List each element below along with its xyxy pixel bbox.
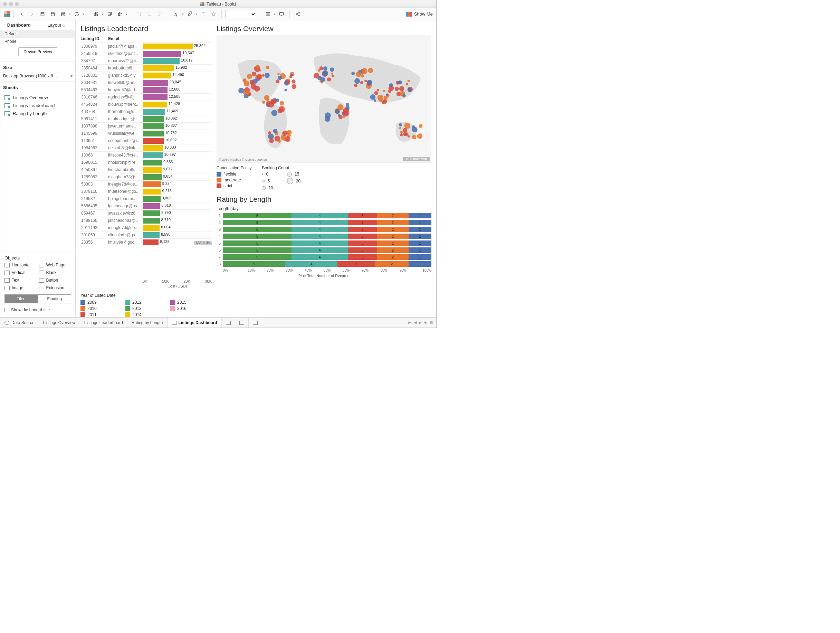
pin-button[interactable] xyxy=(209,9,218,19)
close-window-icon[interactable] xyxy=(3,2,7,6)
sheet-item[interactable]: Listings Leaderboard xyxy=(3,101,73,109)
size-select[interactable]: Desktop Browser (1000 x 8…▾ xyxy=(3,72,73,80)
rating-row[interactable]: 454321 xyxy=(216,233,431,239)
legend-item[interactable]: 2011 xyxy=(81,312,122,317)
map-unknown-badge[interactable]: >1K unknown xyxy=(403,157,429,161)
tab-listings-overview[interactable]: Listings Overview xyxy=(39,318,80,328)
table-row[interactable]: 4464824blouw3p@berk.. 12,428 xyxy=(81,101,212,108)
table-row[interactable]: 384797mbarniss72@ti.. 18,812 xyxy=(81,57,212,64)
table-row[interactable]: 3379116fhuetsonel@go.. 9,216 xyxy=(81,188,212,195)
new-data-source-button[interactable] xyxy=(48,9,57,19)
new-worksheet-tab[interactable] xyxy=(222,318,235,328)
legend-item[interactable]: 2012 xyxy=(125,300,167,305)
rating-row[interactable]: 754321 xyxy=(216,254,431,260)
table-row[interactable]: 5686435lpachecoqr@us.. 8,816 xyxy=(81,202,212,209)
tableau-icon[interactable] xyxy=(4,11,10,17)
object-web-page[interactable]: Web Page xyxy=(39,263,71,267)
show-cards-button[interactable] xyxy=(264,9,273,19)
swap-button[interactable] xyxy=(135,9,144,19)
table-row[interactable]: 859467swaszkiewicz6.. 8,790 xyxy=(81,209,212,217)
legend-item[interactable]: 2014 xyxy=(125,312,167,317)
tab-listings-dashboard[interactable]: Listings Dashboard xyxy=(167,318,222,328)
table-row[interactable]: 1488166jaitcheson8a@.. 8,719 xyxy=(81,217,212,224)
table-row[interactable]: 5534463konyon57@art.. 12,600 xyxy=(81,86,212,93)
tab-layout[interactable]: Layout◇ xyxy=(38,21,76,30)
legend-item[interactable]: 20 xyxy=(287,178,300,184)
tab-data-source[interactable]: Data Source xyxy=(0,318,39,328)
sort-desc-button[interactable] xyxy=(155,9,164,19)
tiled-button[interactable]: Tiled xyxy=(5,294,38,303)
tab-listings-leaderboard[interactable]: Listings Leaderboard xyxy=(80,318,128,328)
legend-item[interactable]: 15 xyxy=(287,172,300,177)
tab-list-icon[interactable]: ▦ xyxy=(429,320,433,325)
table-row[interactable]: 3308979jstclair7t@apa.. 25,394 xyxy=(81,43,212,50)
legend-item[interactable]: 5 xyxy=(262,178,273,184)
forward-button[interactable] xyxy=(28,9,36,19)
table-row[interactable]: 1984962eelstob8i@link.. 10,333 xyxy=(81,144,212,151)
rating-row[interactable]: 554321 xyxy=(216,240,431,246)
legend-item[interactable]: moderate xyxy=(216,177,251,182)
table-row[interactable]: 3604931ldowelld0@ne.. 13,045 xyxy=(81,79,212,86)
legend-item[interactable]: 2010 xyxy=(81,306,122,311)
table-row[interactable]: 3818746ngrindley5k@j.. 12,588 xyxy=(81,93,212,101)
table-row[interactable]: 23356khully9a@goo.. 8,125658 nulls xyxy=(81,238,212,246)
device-phone[interactable]: Phone xyxy=(0,38,75,45)
tab-rating-by-length[interactable]: Rating by Length xyxy=(128,318,167,328)
object-text[interactable]: Text xyxy=(5,278,37,283)
sheet-item[interactable]: Rating by Length xyxy=(3,109,73,117)
legend-item[interactable]: 2013 xyxy=(125,306,167,311)
presentation-button[interactable] xyxy=(277,9,286,19)
clear-button[interactable] xyxy=(115,9,124,19)
col-listing-id[interactable]: Listing ID xyxy=(81,36,108,41)
table-row[interactable]: 53803ineagle7d@de.. 9,234 xyxy=(81,180,212,188)
highlight-button[interactable] xyxy=(172,9,181,19)
table-row[interactable]: 3728802glandrickd5@y.. 14,490 xyxy=(81,71,212,79)
rating-row[interactable]: 854321 xyxy=(216,261,431,267)
prev-tab-icon[interactable]: ◀ xyxy=(414,320,417,325)
legend-item[interactable]: strict xyxy=(216,184,251,188)
table-row[interactable]: 1289082dkingham78@.. 9,654 xyxy=(81,173,212,180)
legend-item[interactable]: 10 xyxy=(262,185,273,190)
table-row[interactable]: 219532bpingstonemi.. 9,063 xyxy=(81,195,212,202)
minimize-window-icon[interactable] xyxy=(9,2,13,6)
object-image[interactable]: Image xyxy=(5,285,37,290)
legend-item[interactable]: 2015 xyxy=(170,300,212,305)
new-story-tab[interactable] xyxy=(249,318,262,328)
refresh-button[interactable] xyxy=(72,9,81,19)
legend-item[interactable]: 2009 xyxy=(81,300,122,305)
share-button[interactable] xyxy=(293,9,302,19)
legend-item[interactable]: 0 xyxy=(262,172,273,177)
device-default[interactable]: Default xyxy=(0,30,75,38)
table-row[interactable]: 4250367lverchambrelh.. 9,672 xyxy=(81,166,212,173)
device-preview-button[interactable]: Device Preview xyxy=(18,47,57,56)
legend-item[interactable]: flexible xyxy=(216,172,251,177)
last-tab-icon[interactable]: ⏭ xyxy=(423,320,427,325)
first-tab-icon[interactable]: ⏮ xyxy=(408,320,412,325)
new-dashboard-tab[interactable] xyxy=(235,318,249,328)
floating-button[interactable]: Floating xyxy=(38,294,71,303)
rating-row[interactable]: 154321 xyxy=(216,212,431,219)
table-row[interactable]: 1696015hholdronip@re.. 9,833 xyxy=(81,158,212,166)
table-row[interactable]: 2011193ineagle7d@de.. 8,664 xyxy=(81,224,212,231)
table-row[interactable]: 301059clincolndz@gu.. 8,598 xyxy=(81,231,212,238)
duplicate-button[interactable] xyxy=(105,9,114,19)
table-row[interactable]: 13068lhiscoe43@xre.. 10,297 xyxy=(81,151,212,158)
rating-row[interactable]: 254321 xyxy=(216,219,431,226)
table-row[interactable]: 5061411mtalmadgelt@.. 10,862 xyxy=(81,115,212,122)
map-view[interactable]: © 2019 Mapbox © OpenStreetMap >1K unknow… xyxy=(216,35,431,163)
object-extension[interactable]: Extension xyxy=(39,285,71,290)
table-row[interactable]: 2459519skeirle3t@patc.. 19,547 xyxy=(81,50,212,57)
show-me-button[interactable]: Show Me xyxy=(406,11,433,17)
text-button[interactable] xyxy=(199,9,208,19)
save-button[interactable] xyxy=(38,9,47,19)
sheet-item[interactable]: Listings Overview xyxy=(3,93,73,101)
new-worksheet-button[interactable] xyxy=(92,9,101,19)
table-row[interactable]: 1307898jswettenhame.. 10,837 xyxy=(81,122,212,130)
table-row[interactable]: 463768thorbathoo@d.. 11,469 xyxy=(81,108,212,115)
tab-dashboard[interactable]: Dashboard xyxy=(0,21,38,30)
back-button[interactable] xyxy=(17,9,26,19)
nulls-badge[interactable]: 658 nulls xyxy=(194,241,212,245)
table-row[interactable]: 113951ccoopmanhk@r.. 10,692 xyxy=(81,137,212,144)
fit-select[interactable] xyxy=(225,10,256,18)
sort-asc-button[interactable] xyxy=(145,9,154,19)
